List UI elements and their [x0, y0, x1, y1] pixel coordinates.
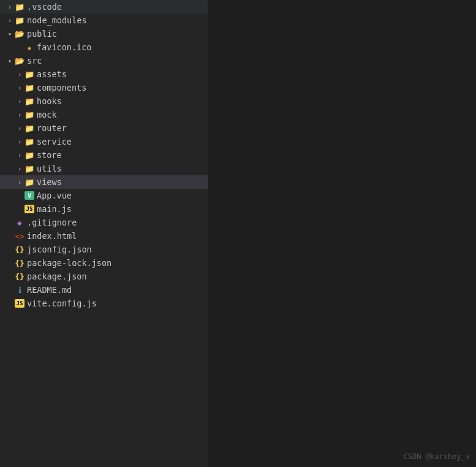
tree-item-hooks[interactable]: 📁 hooks	[0, 94, 208, 108]
item-label-hooks: hooks	[37, 96, 62, 106]
item-label-components: components	[37, 83, 86, 93]
tree-item-views[interactable]: 📁 views	[0, 175, 208, 189]
item-label-gitignore: .gitignore	[27, 218, 77, 227]
main-area: CSDN @karshey_v	[208, 0, 476, 467]
item-label-router: router	[37, 123, 67, 133]
tree-item-vscode[interactable]: 📁 .vscode	[0, 0, 208, 13]
chevron-collapsed	[15, 164, 25, 173]
tree-item-index-html[interactable]: <> index.html	[0, 229, 208, 243]
page-wrapper: 📁 .vscode 📁 node_modules 📂 public ★ favi…	[0, 0, 476, 467]
favicon-icon: ★	[25, 42, 34, 52]
git-icon: ◆	[15, 218, 25, 227]
item-label-node_modules: node_modules	[27, 15, 87, 25]
chevron-expanded	[5, 29, 15, 39]
json-icon: {}	[15, 271, 25, 281]
folder-icon: 📁	[25, 110, 34, 120]
folder-open-icon: 📂	[15, 56, 25, 66]
tree-item-router[interactable]: 📁 router	[0, 121, 208, 135]
item-label-service: service	[37, 137, 72, 146]
item-label-package-json: package.json	[27, 271, 87, 281]
tree-item-vite-config[interactable]: JS vite.config.js	[0, 297, 208, 310]
folder-icon: 📁	[25, 177, 34, 187]
js-icon: JS	[25, 204, 34, 214]
item-label-favicon: favicon.ico	[37, 42, 91, 52]
folder-icon: 📁	[15, 2, 25, 12]
watermark: CSDN @karshey_v	[404, 452, 470, 461]
folder-icon: 📁	[25, 164, 34, 173]
folder-icon: 📁	[25, 96, 34, 106]
tree-item-node_modules[interactable]: 📁 node_modules	[0, 13, 208, 27]
chevron-collapsed	[5, 2, 15, 12]
tree-item-package-json[interactable]: {} package.json	[0, 270, 208, 283]
tree-item-gitignore[interactable]: ◆ .gitignore	[0, 216, 208, 229]
item-label-src: src	[27, 56, 42, 66]
chevron-collapsed	[15, 137, 25, 146]
tree-item-utils[interactable]: 📁 utils	[0, 162, 208, 175]
item-label-mock: mock	[37, 110, 57, 120]
item-label-index-html: index.html	[27, 231, 77, 241]
folder-icon: 📁	[25, 123, 34, 133]
item-label-assets: assets	[37, 69, 67, 79]
tree-item-jsconfig[interactable]: {} jsconfig.json	[0, 243, 208, 256]
tree-item-favicon[interactable]: ★ favicon.ico	[0, 40, 208, 54]
item-label-public: public	[27, 29, 57, 39]
chevron-collapsed	[5, 15, 15, 25]
item-label-readme: README.md	[27, 285, 72, 295]
file-explorer: 📁 .vscode 📁 node_modules 📂 public ★ favi…	[0, 0, 208, 467]
item-label-package-lock: package-lock.json	[27, 258, 111, 268]
html-icon: <>	[15, 231, 25, 241]
chevron-collapsed	[15, 69, 25, 79]
item-label-jsconfig: jsconfig.json	[27, 245, 92, 254]
item-label-app-vue: App.vue	[37, 191, 72, 200]
tree-item-package-lock[interactable]: {} package-lock.json	[0, 256, 208, 270]
tree-item-public[interactable]: 📂 public	[0, 27, 208, 40]
folder-open-icon: 📂	[15, 29, 25, 39]
folder-icon: 📁	[25, 83, 34, 93]
item-label-store: store	[37, 150, 62, 160]
vue-icon: V	[25, 191, 34, 200]
item-label-main-js: main.js	[37, 204, 72, 214]
item-label-views: views	[37, 177, 62, 187]
folder-icon: 📁	[25, 69, 34, 79]
item-label-vscode: .vscode	[27, 2, 62, 12]
item-label-utils: utils	[37, 164, 62, 173]
tree-item-assets[interactable]: 📁 assets	[0, 67, 208, 81]
md-icon: ℹ	[15, 285, 25, 295]
tree-item-src[interactable]: 📂 src	[0, 54, 208, 67]
tree-item-store[interactable]: 📁 store	[0, 148, 208, 162]
tree-item-mock[interactable]: 📁 mock	[0, 108, 208, 121]
folder-icon: 📁	[25, 150, 34, 160]
json-icon: {}	[15, 245, 25, 254]
chevron-collapsed	[15, 96, 25, 106]
chevron-expanded	[5, 56, 15, 66]
tree-item-app-vue[interactable]: V App.vue	[0, 189, 208, 202]
item-label-vite-config: vite.config.js	[27, 298, 97, 308]
tree-item-components[interactable]: 📁 components	[0, 81, 208, 94]
folder-icon: 📁	[25, 137, 34, 146]
tree-item-main-js[interactable]: JS main.js	[0, 202, 208, 216]
chevron-collapsed	[15, 83, 25, 93]
js-icon: JS	[15, 298, 25, 308]
folder-icon: 📁	[15, 15, 25, 25]
chevron-collapsed	[15, 177, 25, 187]
chevron-collapsed	[15, 110, 25, 120]
json-icon: {}	[15, 258, 25, 268]
tree-item-service[interactable]: 📁 service	[0, 135, 208, 148]
tree-item-readme[interactable]: ℹ README.md	[0, 283, 208, 297]
chevron-collapsed	[15, 150, 25, 160]
chevron-collapsed	[15, 123, 25, 133]
